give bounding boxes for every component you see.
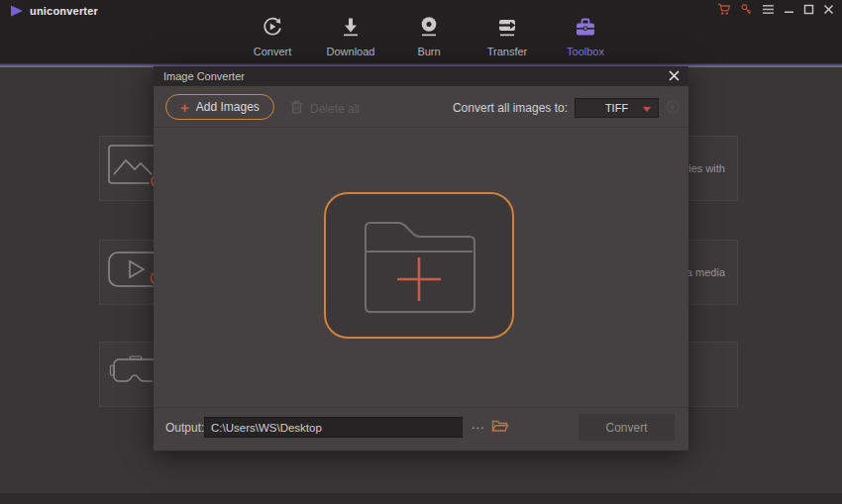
window-controls [717, 3, 834, 16]
settings-gear-icon[interactable] [665, 99, 681, 119]
convert-icon [261, 15, 284, 43]
convert-all-label: Convert all images to: [453, 101, 568, 115]
tab-transfer[interactable]: Transfer [473, 15, 542, 57]
dialog-toolbar: + Add Images Delete all Convert all imag… [154, 86, 688, 128]
toolbox-icon [574, 15, 597, 43]
browse-ellipsis-button[interactable]: ... [472, 417, 485, 432]
output-row: Output: ... Convert [154, 407, 688, 447]
app-name: uniconverter [30, 5, 98, 17]
tab-burn[interactable]: Burn [394, 15, 464, 57]
tab-label: Burn [417, 46, 440, 57]
output-path-input[interactable] [204, 417, 463, 438]
tab-label: Download [327, 46, 375, 57]
delete-all-label: Delete all [310, 102, 360, 116]
dialog-title: Image Converter [163, 70, 245, 82]
delete-all-button[interactable]: Delete all [290, 99, 360, 118]
tab-convert[interactable]: Convert [238, 15, 307, 57]
open-folder-icon[interactable] [491, 419, 509, 437]
format-value: TIFF [605, 102, 628, 114]
app-logo: uniconverter [10, 5, 98, 17]
status-strip [0, 493, 842, 504]
burn-icon [417, 15, 441, 43]
play-logo-icon [10, 5, 24, 17]
card-visible-text: a media [686, 266, 725, 278]
tab-label: Convert [254, 46, 292, 57]
image-converter-dialog: Image Converter + Add Images [154, 66, 688, 451]
tab-label: Toolbox [567, 46, 604, 57]
convert-button[interactable]: Convert [578, 413, 676, 442]
titlebar: uniconverter Convert [0, 0, 842, 63]
uniconverter-window: ctivities with a media [0, 0, 842, 504]
tab-download[interactable]: Download [316, 15, 385, 57]
menu-icon[interactable] [762, 4, 775, 15]
register-key-icon[interactable] [740, 3, 753, 16]
minimize-icon[interactable] [784, 4, 794, 15]
add-images-label: Add Images [196, 100, 260, 114]
close-icon[interactable] [823, 4, 834, 15]
maximize-icon[interactable] [803, 4, 814, 15]
trash-icon [290, 99, 303, 118]
drop-area-add-folder[interactable] [324, 192, 514, 339]
tab-toolbox[interactable]: Toolbox [551, 15, 620, 57]
plus-icon: + [180, 100, 189, 115]
dialog-titlebar: Image Converter [154, 66, 688, 86]
store-cart-icon[interactable] [717, 3, 731, 16]
main-nav: Convert Download [238, 15, 629, 57]
tab-label: Transfer [487, 46, 528, 57]
output-label: Output: [165, 421, 204, 435]
dialog-close-icon[interactable] [668, 69, 681, 82]
folder-plus-icon [358, 212, 480, 319]
chevron-down-icon [643, 107, 651, 112]
transfer-icon [495, 15, 519, 43]
download-icon [339, 15, 363, 43]
format-dropdown[interactable]: TIFF [575, 98, 659, 118]
add-images-button[interactable]: + Add Images [165, 94, 274, 120]
